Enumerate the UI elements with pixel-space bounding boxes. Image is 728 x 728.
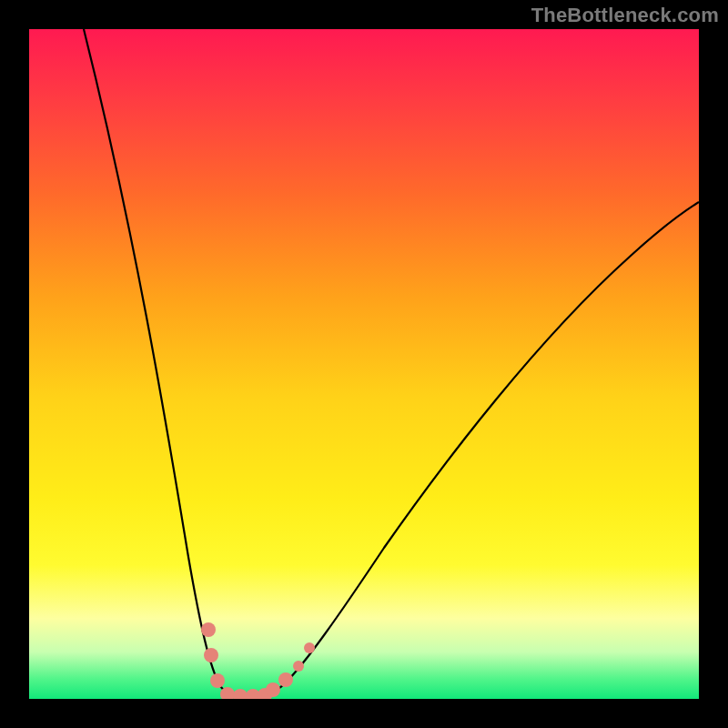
left-curve bbox=[84, 29, 257, 698]
chart-svg bbox=[29, 29, 699, 699]
chart-area bbox=[29, 29, 699, 699]
marker bbox=[210, 673, 225, 688]
right-curve bbox=[257, 202, 699, 697]
marker bbox=[233, 689, 248, 699]
marker bbox=[266, 682, 280, 697]
watermark: TheBottleneck.com bbox=[531, 4, 719, 27]
marker bbox=[204, 648, 218, 662]
marker bbox=[293, 661, 304, 672]
marker bbox=[201, 622, 216, 637]
marker bbox=[278, 672, 293, 687]
marker bbox=[304, 642, 315, 653]
marker-group bbox=[201, 622, 315, 699]
